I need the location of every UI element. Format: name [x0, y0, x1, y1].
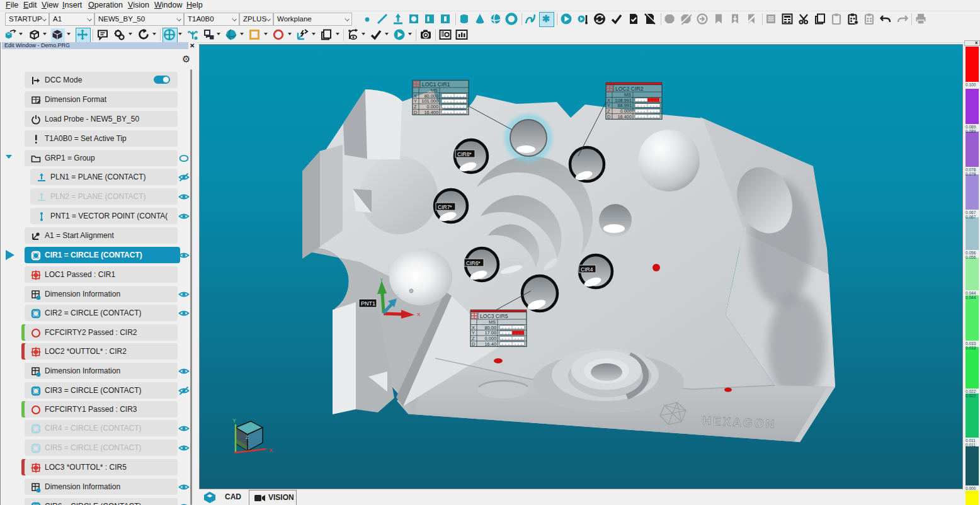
svg-text:80.000: 80.000 — [424, 93, 438, 99]
svg-text:✱: ✱ — [542, 13, 550, 24]
svg-text:0.000: 0.000 — [427, 104, 439, 110]
svg-text:D: D — [472, 341, 475, 347]
svg-text:17.00: 17.00 — [485, 330, 497, 336]
svg-text:Z: Z — [246, 434, 249, 440]
svg-text:Y: Y — [414, 98, 417, 104]
svg-text:16.400: 16.400 — [617, 114, 632, 120]
svg-text:CIR6*: CIR6* — [466, 260, 481, 266]
svg-text:Z: Z — [396, 293, 399, 298]
svg-text:0.000: 0.000 — [485, 336, 497, 341]
svg-text:0.000: 0.000 — [620, 108, 632, 114]
svg-text:CIR4: CIR4 — [581, 266, 593, 273]
svg-text:D: D — [414, 110, 417, 115]
svg-text:CIR7*: CIR7* — [438, 204, 452, 210]
svg-text:X: X — [472, 325, 475, 331]
svg-text:X: X — [269, 447, 273, 453]
svg-text:LOC2 CIR2: LOC2 CIR2 — [615, 86, 644, 92]
svg-text:X: X — [607, 98, 610, 103]
svg-text:X: X — [417, 312, 421, 317]
svg-text:LOC1 CIR1: LOC1 CIR1 — [422, 81, 450, 88]
svg-text:16.40: 16.40 — [485, 341, 497, 347]
svg-text:Y: Y — [380, 277, 384, 283]
svg-text:X: X — [414, 93, 417, 99]
svg-text:Z: Z — [607, 108, 610, 114]
svg-text:D: D — [607, 114, 610, 120]
svg-text:88.991: 88.991 — [617, 103, 632, 108]
svg-text:Z: Z — [414, 104, 417, 110]
svg-text:101.000: 101.000 — [421, 98, 438, 104]
svg-text:80.00: 80.00 — [485, 325, 497, 331]
svg-text:PNT1: PNT1 — [361, 300, 375, 307]
svg-text:16.400: 16.400 — [424, 110, 438, 115]
svg-text:Z: Z — [472, 336, 475, 341]
svg-text:Y: Y — [472, 330, 475, 336]
svg-text:CIR8*: CIR8* — [457, 151, 472, 157]
svg-text:Y: Y — [607, 103, 610, 108]
svg-text:LOC3 CIR5: LOC3 CIR5 — [480, 313, 508, 319]
svg-text:Y: Y — [232, 417, 236, 424]
svg-text:108.991: 108.991 — [615, 98, 632, 103]
